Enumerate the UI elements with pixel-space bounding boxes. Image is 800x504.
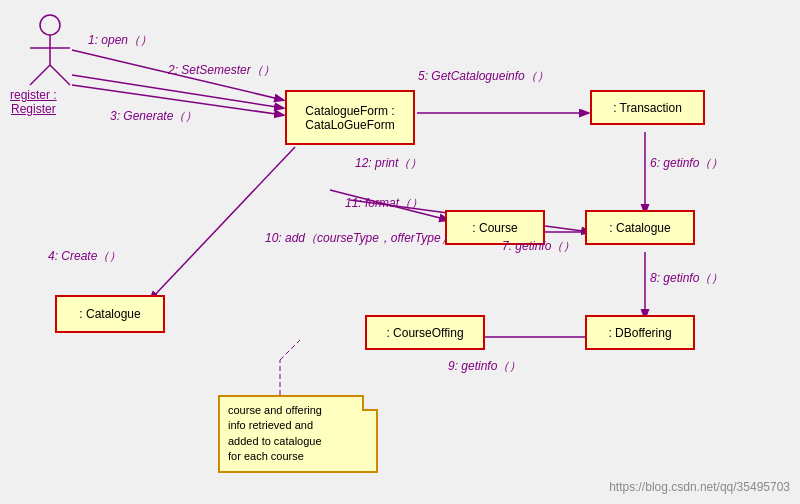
label-1: 1: open（） [88,32,152,49]
transaction-box[interactable]: : Transaction [590,90,705,125]
catalogue-bottom-label: : Catalogue [79,307,140,321]
course-offing-label: : CourseOffing [386,326,463,340]
label-9: 9: getinfo（） [448,358,521,375]
label-6: 6: getinfo（） [650,155,723,172]
diagram-container: register :Register CatalogueForm :CataLo… [0,0,800,504]
svg-line-4 [50,65,70,85]
catalogue-top-box[interactable]: : Catalogue [585,210,695,245]
label-8: 8: getinfo（） [650,270,723,287]
note-box: course and offeringinfo retrieved andadd… [218,395,378,473]
dboffering-box[interactable]: : DBoffering [585,315,695,350]
transaction-label: : Transaction [613,101,682,115]
catalogue-form-label: CatalogueForm :CataLoGueForm [305,104,394,132]
label-4: 4: Create（） [48,248,121,265]
svg-point-0 [40,15,60,35]
label-7: 7: getinfo（） [502,238,575,255]
svg-line-8 [150,147,295,300]
svg-line-17 [280,340,300,360]
course-offing-box[interactable]: : CourseOffing [365,315,485,350]
label-12: 12: print（） [355,155,422,172]
catalogue-bottom-box[interactable]: : Catalogue [55,295,165,333]
label-11: 11: format（） [345,195,423,212]
label-5: 5: GetCatalogueinfo（） [418,68,549,85]
label-3: 3: Generate（） [110,108,197,125]
label-2: 2: SetSemester（） [168,62,275,79]
actor-name: register :Register [10,88,57,116]
catalogue-top-label: : Catalogue [609,221,670,235]
dboffering-label: : DBoffering [608,326,671,340]
watermark: https://blog.csdn.net/qq/35495703 [609,480,790,494]
course-label: : Course [472,221,517,235]
svg-line-3 [30,65,50,85]
svg-line-6 [72,75,283,108]
note-text: course and offeringinfo retrieved andadd… [228,404,322,462]
catalogue-form-box[interactable]: CatalogueForm :CataLoGueForm [285,90,415,145]
label-10: 10: add（courseType，offerType） [265,230,453,247]
